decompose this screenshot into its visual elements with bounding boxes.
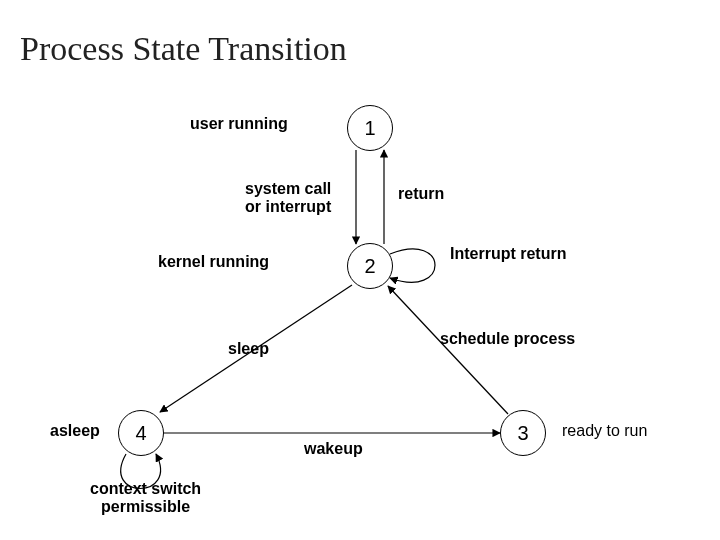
state-node-3-num: 3 bbox=[517, 422, 528, 445]
state-node-2-num: 2 bbox=[364, 255, 375, 278]
state-label-kernel-running: kernel running bbox=[158, 253, 269, 271]
state-node-3: 3 bbox=[500, 410, 546, 456]
state-node-1-num: 1 bbox=[364, 117, 375, 140]
edge-label-wakeup: wakeup bbox=[304, 440, 363, 458]
state-node-4-num: 4 bbox=[135, 422, 146, 445]
state-node-4: 4 bbox=[118, 410, 164, 456]
edge-label-context-switch: context switch permissible bbox=[90, 480, 201, 517]
state-label-user-running: user running bbox=[190, 115, 288, 133]
edge-label-schedule: schedule process bbox=[440, 330, 575, 348]
edge-label-sleep: sleep bbox=[228, 340, 269, 358]
edge-3-to-2 bbox=[388, 286, 508, 414]
edge-label-syscall: system call or interrupt bbox=[245, 180, 331, 217]
page-title: Process State Transition bbox=[20, 30, 347, 68]
edge-2-self-loop bbox=[390, 249, 435, 282]
state-node-1: 1 bbox=[347, 105, 393, 151]
state-node-2: 2 bbox=[347, 243, 393, 289]
edge-label-return: return bbox=[398, 185, 444, 203]
edge-label-interrupt-return: Interrupt return bbox=[450, 245, 566, 263]
state-label-ready-to-run: ready to run bbox=[562, 422, 647, 440]
state-label-asleep: asleep bbox=[50, 422, 100, 440]
